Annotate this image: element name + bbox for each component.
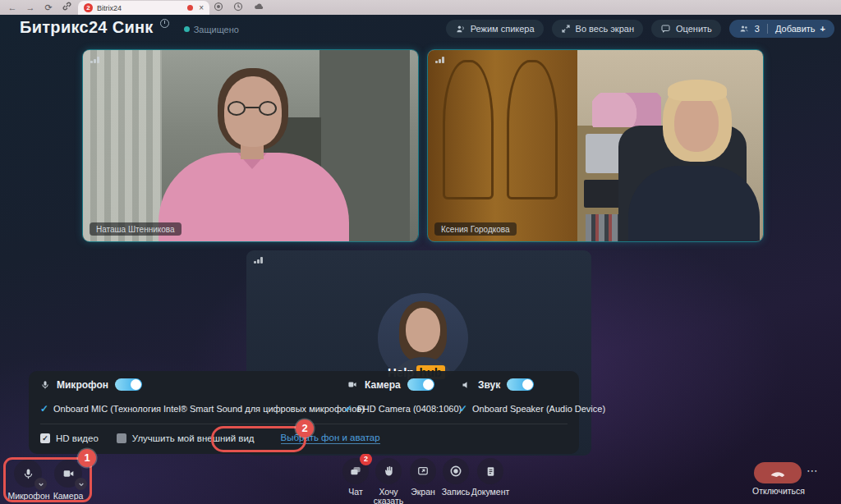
cloud-icon[interactable]	[253, 2, 264, 11]
hd-video-label: HD видео	[56, 433, 99, 443]
toggles-row: Микрофон Камера Звук	[40, 378, 568, 395]
browser-refresh-icon[interactable]: ⟳	[43, 2, 54, 13]
screen-share-icon	[416, 465, 430, 477]
microphone-icon	[40, 379, 50, 391]
connection-signal-icon	[90, 57, 99, 63]
annotation-rect-step2	[211, 426, 306, 452]
divider	[767, 24, 768, 34]
devices-row: ✓ Onboard MIC (Технология Intel® Smart S…	[40, 403, 568, 416]
microphone-toggle-group: Микрофон	[40, 378, 142, 391]
participants-count: 3	[755, 24, 760, 34]
browser-tab[interactable]: 2 Bitrix24 ×	[78, 1, 209, 15]
document-icon	[485, 465, 496, 478]
sound-label: Звук	[478, 379, 500, 391]
more-options-button[interactable]: ⋯	[807, 464, 820, 477]
tab-close-icon[interactable]: ×	[199, 4, 204, 12]
avatar-face	[406, 308, 440, 352]
record-button[interactable]	[443, 458, 469, 484]
record-icon	[449, 465, 462, 478]
participants-add-button[interactable]: 3 Добавить +	[729, 20, 834, 38]
feedback-icon	[660, 24, 671, 34]
camera-label: Камера	[365, 379, 401, 391]
hand-icon	[383, 465, 395, 478]
browser-toolbar-icons	[214, 2, 264, 11]
wardrobe-door	[507, 60, 558, 199]
video-feed	[428, 50, 763, 241]
scene-curtain	[83, 50, 162, 241]
document-button-label: Документ	[465, 488, 516, 497]
app-header-left: Битрикс24 Синк Защищено	[20, 18, 239, 37]
tab-title: Bitrix24	[97, 4, 187, 12]
hangup-phone-icon	[770, 469, 786, 477]
rate-label: Оценить	[676, 24, 712, 34]
speaker-device-name: Onboard Speaker (Audio Device)	[472, 404, 605, 414]
disconnect-button[interactable]	[754, 462, 802, 483]
connection-signal-icon	[435, 57, 444, 63]
video-tile-ksenia[interactable]: Ксения Городкова	[427, 49, 764, 242]
participant-name-tag: Ксения Городкова	[434, 222, 517, 236]
sound-toggle[interactable]	[507, 378, 534, 391]
chat-button[interactable]: 2	[342, 458, 369, 484]
record-icon[interactable]	[214, 2, 223, 11]
plus-icon: +	[820, 24, 825, 34]
fullscreen-label: Во весь экран	[576, 24, 634, 34]
chat-icon	[349, 465, 362, 478]
rate-button[interactable]: Оценить	[651, 20, 721, 38]
participant-name-tag: Наташа Штенникова	[90, 222, 182, 236]
check-icon: ✓	[40, 403, 48, 415]
person-jacket	[628, 166, 760, 241]
speaker-icon	[462, 380, 471, 390]
speaker-mode-label: Режим спикера	[471, 24, 535, 34]
person-glasses-bridge	[246, 107, 259, 108]
browser-back-icon[interactable]: ←	[7, 2, 18, 13]
timer-icon	[160, 19, 169, 28]
participants-icon	[738, 24, 750, 34]
speaker-mode-icon	[455, 24, 466, 34]
raise-hand-button[interactable]	[375, 458, 402, 484]
fullscreen-button[interactable]: Во весь экран	[552, 20, 643, 38]
history-clock-icon[interactable]	[233, 2, 243, 11]
person-glasses	[227, 101, 246, 116]
app-header-actions: Режим спикера Во весь экран Оценить 3 До…	[446, 20, 834, 38]
microphone-device-name: Onboard MIC (Технология Intel® Smart Sou…	[53, 404, 365, 414]
chat-unread-badge: 2	[360, 453, 372, 465]
camera-toggle-group: Камера	[347, 378, 434, 391]
person-fringe	[668, 80, 727, 101]
bitrix24-sync-call-window: ← → ⟳ 2 Bitrix24 × Битрикс24 Синк Защище…	[0, 0, 841, 504]
add-label: Добавить	[775, 24, 816, 34]
microphone-label: Микрофон	[57, 379, 108, 391]
browser-link-icon[interactable]	[61, 2, 72, 13]
protected-label: Защищено	[194, 25, 239, 34]
scene-toys	[592, 93, 661, 127]
browser-forward-icon[interactable]: →	[25, 2, 36, 13]
fullscreen-icon	[561, 24, 571, 34]
annotation-badge-step2: 2	[296, 419, 314, 438]
protected-indicator: Защищено	[184, 25, 239, 34]
check-icon: ✓	[344, 403, 352, 415]
screen-share-button[interactable]	[410, 458, 436, 484]
disconnect-button-label: Отключиться	[749, 487, 808, 496]
annotation-badge-step1: 1	[78, 449, 96, 467]
microphone-device-item[interactable]: ✓ Onboard MIC (Технология Intel® Smart S…	[40, 403, 365, 415]
microphone-toggle[interactable]	[115, 378, 142, 391]
person-glasses	[259, 101, 277, 116]
document-button[interactable]	[477, 458, 503, 484]
hd-video-checkbox[interactable]: ✓	[40, 433, 50, 443]
scene-wardrobe	[428, 50, 577, 241]
speaker-device-item[interactable]: ✓ Onboard Speaker (Audio Device)	[459, 403, 605, 415]
app-title: Битрикс24 Синк	[20, 18, 154, 37]
video-tile-natasha[interactable]: Наташа Штенникова	[82, 49, 419, 242]
wardrobe-door	[443, 60, 494, 199]
camera-device-name: FHD Camera (0408:1060)	[357, 404, 462, 414]
video-feed	[83, 50, 418, 241]
connection-signal-icon	[254, 257, 263, 263]
camera-device-item[interactable]: ✓ FHD Camera (0408:1060)	[344, 403, 462, 415]
annotation-rect-step1	[3, 457, 92, 502]
sound-toggle-group: Звук	[462, 378, 534, 391]
protected-dot-icon	[184, 26, 190, 32]
speaker-mode-button[interactable]: Режим спикера	[446, 20, 544, 38]
camera-toggle[interactable]	[407, 378, 434, 391]
camera-icon	[347, 380, 358, 389]
tab-recording-dot-icon	[187, 5, 193, 11]
improve-appearance-checkbox[interactable]	[117, 433, 126, 443]
